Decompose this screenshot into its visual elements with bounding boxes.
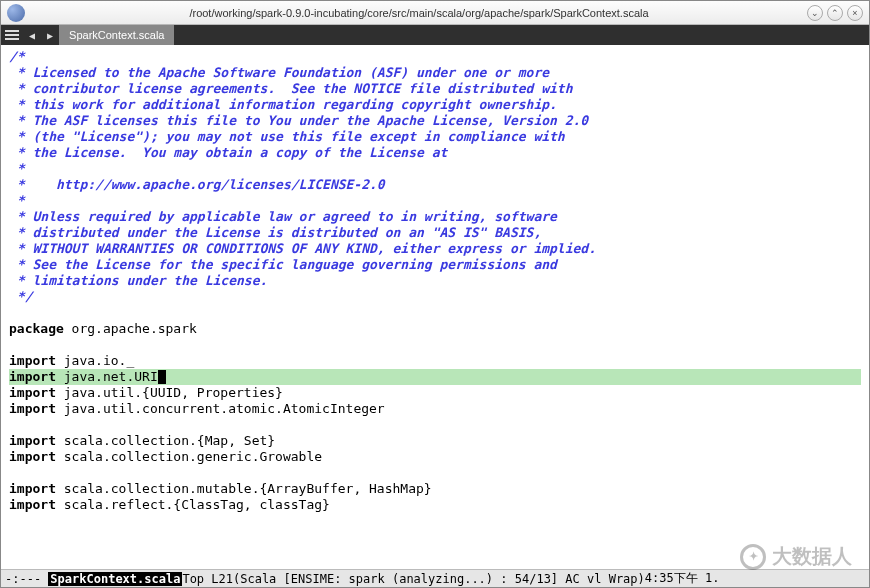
window-controls: ⌄ ⌃ × <box>807 5 869 21</box>
code-line[interactable]: import scala.collection.generic.Growable <box>9 449 861 465</box>
code-line[interactable] <box>9 305 861 321</box>
code-line[interactable]: import java.io._ <box>9 353 861 369</box>
arrow-left-icon: ◀ <box>27 30 37 41</box>
code-line[interactable]: * http://www.apache.org/licenses/LICENSE… <box>9 177 861 193</box>
text-cursor <box>158 370 166 384</box>
code-line[interactable]: * WITHOUT WARRANTIES OR CONDITIONS OF AN… <box>9 241 861 257</box>
tab-bar: ◀ ▶ SparkContext.scala <box>1 25 869 45</box>
code-line[interactable]: * (the "License"); you may not use this … <box>9 129 861 145</box>
code-line[interactable]: import java.net.URI <box>9 369 861 385</box>
status-time: 4:35下午 1. <box>645 570 720 587</box>
minimize-button[interactable]: ⌄ <box>807 5 823 21</box>
code-line[interactable]: * the License. You may obtain a copy of … <box>9 145 861 161</box>
editor-window: /root/working/spark-0.9.0-incubating/cor… <box>0 0 870 588</box>
close-button[interactable]: × <box>847 5 863 21</box>
hamburger-icon <box>5 30 19 40</box>
code-line[interactable]: * <box>9 193 861 209</box>
code-line[interactable] <box>9 417 861 433</box>
code-line[interactable]: import scala.collection.mutable.{ArrayBu… <box>9 481 861 497</box>
arrow-right-icon: ▶ <box>45 30 55 41</box>
code-line[interactable]: import java.util.concurrent.atomic.Atomi… <box>9 401 861 417</box>
status-flags: -:--- <box>5 572 41 586</box>
code-line[interactable] <box>9 465 861 481</box>
status-bar: -:--- SparkContext.scala Top L21 (Scala … <box>1 569 869 587</box>
code-line[interactable]: * this work for additional information r… <box>9 97 861 113</box>
status-position: Top L21 <box>182 572 233 586</box>
code-line[interactable]: * Licensed to the Apache Software Founda… <box>9 65 861 81</box>
code-line[interactable]: /* <box>9 49 861 65</box>
window-title: /root/working/spark-0.9.0-incubating/cor… <box>31 7 807 19</box>
code-line[interactable]: * limitations under the License. <box>9 273 861 289</box>
code-line[interactable] <box>9 337 861 353</box>
title-bar[interactable]: /root/working/spark-0.9.0-incubating/cor… <box>1 1 869 25</box>
code-line[interactable]: * contributor license agreements. See th… <box>9 81 861 97</box>
status-mode: (Scala [ENSIME: spark (analyzing...) : 5… <box>233 572 645 586</box>
code-line[interactable]: * <box>9 161 861 177</box>
code-line[interactable]: * The ASF licenses this file to You unde… <box>9 113 861 129</box>
code-line[interactable]: import scala.collection.{Map, Set} <box>9 433 861 449</box>
tab-sparkcontext[interactable]: SparkContext.scala <box>59 25 174 45</box>
code-line[interactable]: * distributed under the License is distr… <box>9 225 861 241</box>
app-icon <box>7 4 25 22</box>
code-line[interactable]: * See the License for the specific langu… <box>9 257 861 273</box>
maximize-button[interactable]: ⌃ <box>827 5 843 21</box>
status-buffer-name: SparkContext.scala <box>48 572 182 586</box>
code-line[interactable]: */ <box>9 289 861 305</box>
code-line[interactable]: package org.apache.spark <box>9 321 861 337</box>
code-editor[interactable]: /* * Licensed to the Apache Software Fou… <box>1 45 869 569</box>
nav-forward-button[interactable]: ▶ <box>41 25 59 45</box>
nav-back-button[interactable]: ◀ <box>23 25 41 45</box>
code-line[interactable]: * Unless required by applicable law or a… <box>9 209 861 225</box>
code-line[interactable]: import scala.reflect.{ClassTag, classTag… <box>9 497 861 513</box>
menu-button[interactable] <box>1 25 23 45</box>
code-line[interactable]: import java.util.{UUID, Properties} <box>9 385 861 401</box>
